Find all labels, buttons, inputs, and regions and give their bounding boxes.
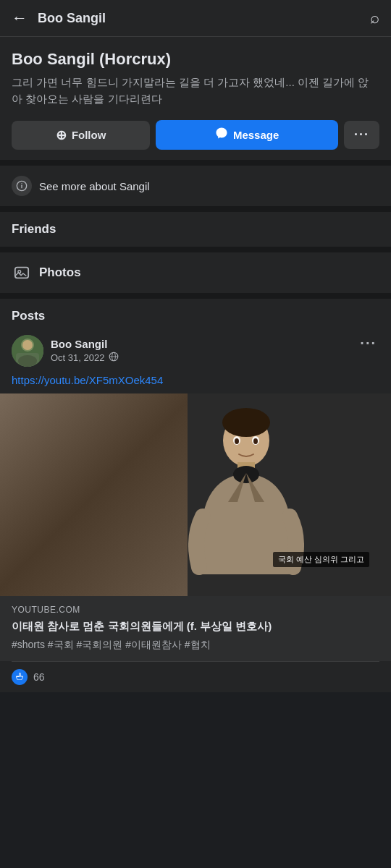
svg-point-2 xyxy=(21,183,22,184)
follow-label: Follow xyxy=(72,129,106,141)
reactions-bar: 66 xyxy=(0,662,391,692)
post-card: Boo Sangil Oct 31, 2022 ··· https://yout… xyxy=(0,332,391,692)
like-icon xyxy=(12,669,28,685)
reaction-count: 66 xyxy=(33,671,45,683)
svg-rect-3 xyxy=(15,268,28,278)
post-link[interactable]: https://youtu.be/XF5mXOek454 xyxy=(0,374,391,393)
svg-point-16 xyxy=(233,466,259,483)
photos-icon xyxy=(12,263,32,283)
post-author-details: Boo Sangil Oct 31, 2022 xyxy=(51,338,119,364)
youtube-preview-card: YOUTUBE.COM 이태원 참사로 멈춘 국회의원들에게 (f. 부상일 변… xyxy=(0,596,391,661)
friends-heading: Friends xyxy=(12,222,56,236)
yt-hashtags: #shorts #국회 #국회의원 #이태원참사 #협치 xyxy=(12,638,379,652)
see-more-text: See more about Sangil xyxy=(39,180,150,192)
top-bar-left: ← Boo Sangil xyxy=(12,9,106,27)
search-button[interactable]: ⌕ xyxy=(370,9,379,27)
profile-bio: 그리 가면 너무 힘드니 가지말라는 길을 더 가고자 했었네... 이젠 길가… xyxy=(12,75,379,107)
action-buttons: ⊕ Follow Message ··· xyxy=(12,120,379,150)
photos-heading: Photos xyxy=(39,265,81,280)
svg-point-14 xyxy=(222,408,270,437)
post-meta: Oct 31, 2022 xyxy=(51,352,119,364)
follow-button[interactable]: ⊕ Follow xyxy=(12,121,150,150)
video-left-bg xyxy=(0,393,188,596)
svg-point-8 xyxy=(22,340,33,350)
post-author-info: Boo Sangil Oct 31, 2022 xyxy=(12,335,119,367)
post-author-name: Boo Sangil xyxy=(51,338,119,350)
avatar xyxy=(12,335,43,367)
page-title: Boo Sangil xyxy=(38,11,106,26)
globe-icon xyxy=(109,352,119,364)
avatar-image xyxy=(12,335,43,367)
see-more-section[interactable]: See more about Sangil xyxy=(0,166,391,212)
post-more-button[interactable]: ··· xyxy=(357,335,379,352)
svg-point-19 xyxy=(235,438,239,444)
message-button[interactable]: Message xyxy=(156,120,338,150)
post-date: Oct 31, 2022 xyxy=(51,352,104,363)
video-thumbnail: 국회 예산 심의위 그리고 xyxy=(0,393,391,596)
follow-plus-icon: ⊕ xyxy=(56,127,67,143)
posts-section: Posts Bo xyxy=(0,299,391,692)
info-icon xyxy=(12,176,32,196)
profile-section: Boo Sangil (Horcrux) 그리 가면 너무 힘드니 가지말라는 … xyxy=(0,37,391,166)
more-options-button[interactable]: ··· xyxy=(344,121,379,149)
messenger-icon xyxy=(215,127,228,143)
photos-section[interactable]: Photos xyxy=(0,252,391,299)
svg-point-20 xyxy=(253,438,258,444)
yt-source: YOUTUBE.COM xyxy=(12,605,379,615)
post-header: Boo Sangil Oct 31, 2022 ··· xyxy=(0,332,391,374)
back-button[interactable]: ← xyxy=(12,9,28,27)
svg-rect-1 xyxy=(21,185,22,189)
top-navigation-bar: ← Boo Sangil ⌕ xyxy=(0,0,391,37)
message-label: Message xyxy=(233,129,279,141)
posts-heading: Posts xyxy=(0,309,391,332)
svg-point-9 xyxy=(18,355,37,367)
profile-name: Boo Sangil (Horcrux) xyxy=(12,50,379,69)
yt-title: 이태원 참사로 멈춘 국회의원들에게 (f. 부상일 변호사) xyxy=(12,618,379,634)
video-subtitle: 국회 예산 심의위 그리고 xyxy=(273,552,369,567)
friends-section: Friends xyxy=(0,212,391,252)
